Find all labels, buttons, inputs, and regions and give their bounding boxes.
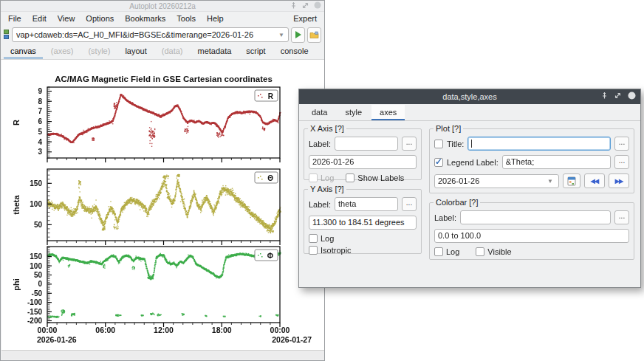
colorbar-visible-checkbox[interactable] <box>476 247 484 256</box>
autoplot-window: Autoplot 20260212a File Edit View Option… <box>0 0 325 361</box>
xaxis-range-input[interactable]: 2026-01-26 <box>309 155 417 169</box>
plot-legend-input[interactable]: &Theta; <box>502 155 611 169</box>
yaxis-log-checkbox[interactable] <box>309 234 318 243</box>
xaxis-group: X Axis [?] Label: ... 2026-01-26 Log <box>304 128 422 180</box>
menu-file[interactable]: File <box>8 14 21 23</box>
open-file-button[interactable] <box>307 27 321 43</box>
yaxis-group-title: Y Axis [?] <box>308 185 346 193</box>
colorbar-range-input[interactable]: 0.0 to 100.0 <box>434 229 629 243</box>
colorbar-group: Colorbar [?] Label: ... 0.0 to 100.0 Log <box>429 202 634 260</box>
window-title: Autoplot 20260212a <box>129 2 196 10</box>
menu-help[interactable]: Help <box>207 14 224 23</box>
tab-data[interactable]: (data) <box>155 44 190 59</box>
plot-title-more-button[interactable]: ... <box>614 137 629 151</box>
tab-script[interactable]: script <box>239 44 272 59</box>
colorbar-label-input[interactable] <box>460 210 611 224</box>
plot-legend-checkbox[interactable] <box>434 158 443 167</box>
pin-icon[interactable] <box>601 92 608 99</box>
plot-title-checkbox[interactable] <box>434 140 443 148</box>
uri-input[interactable]: vap+cdaweb:ds=AC_H0_MFI&id=BGSEc&timeran… <box>12 27 289 42</box>
address-row: vap+cdaweb:ds=AC_H0_MFI&id=BGSEc&timeran… <box>1 25 324 44</box>
yaxis-log-label: Log <box>321 234 334 243</box>
uri-dropdown-icon[interactable]: ▼ <box>276 32 287 38</box>
properties-dialog: data,style,axes data style axes X Axis [… <box>298 89 641 288</box>
pin-icon[interactable] <box>290 2 297 9</box>
tab-canvas[interactable]: canvas <box>4 44 43 59</box>
tab-layout[interactable]: layout <box>118 44 153 59</box>
screen: Autoplot 20260212a File Edit View Option… <box>0 0 644 361</box>
calendar-icon <box>567 176 576 186</box>
xaxis-group-title: X Axis [?] <box>308 124 346 133</box>
yaxis-label-more-button[interactable]: ... <box>402 197 417 211</box>
menu-bookmarks[interactable]: Bookmarks <box>125 14 165 23</box>
xaxis-showlabels-checkbox[interactable] <box>346 173 354 182</box>
colorbar-log-label: Log <box>446 247 459 256</box>
close-icon[interactable] <box>314 1 321 9</box>
menubar: File Edit View Options Bookmarks Tools H… <box>1 12 324 25</box>
menu-edit[interactable]: Edit <box>32 14 47 23</box>
play-icon <box>295 31 301 38</box>
plot-area[interactable]: AC/MAG Magnetic Field in GSE Cartesian c… <box>1 60 324 351</box>
colorbar-visible-label: Visible <box>487 247 511 256</box>
tab-console[interactable]: console <box>274 44 315 59</box>
main-tabbar: canvas (axes) (style) layout (data) meta… <box>1 44 324 60</box>
close-icon[interactable] <box>628 92 636 100</box>
plot-group-title: Plot [?] <box>434 124 463 133</box>
dialog-tab-data[interactable]: data <box>304 105 335 120</box>
text-cursor <box>471 140 472 148</box>
colorbar-label-more-button[interactable]: ... <box>614 210 629 224</box>
uri-value: vap+cdaweb:ds=AC_H0_MFI&id=BGSEc&timeran… <box>16 30 276 39</box>
yaxis-range-input[interactable]: 11.300 to 184.51 degrees <box>309 216 417 230</box>
tab-metadata[interactable]: metadata <box>191 44 238 59</box>
plot-legend-more-button[interactable]: ... <box>614 155 629 169</box>
tab-axes[interactable]: (axes) <box>44 44 80 59</box>
xaxis-label-caption: Label: <box>309 140 331 148</box>
yaxis-isotropic-checkbox[interactable] <box>309 246 318 255</box>
tab-style[interactable]: (style) <box>81 44 117 59</box>
xaxis-showlabels-label: Show Labels <box>357 173 404 182</box>
plot-title-caption: Title: <box>447 140 464 148</box>
xaxis-log-label: Log <box>321 173 334 182</box>
plot-legend-caption: Legend Label: <box>447 158 499 167</box>
previous-interval-button[interactable]: ◀◀ <box>584 173 605 188</box>
colorbar-label-caption: Label: <box>434 213 456 222</box>
plot-timerange-value: 2026-01-26 <box>438 175 545 188</box>
xaxis-label-more-button[interactable]: ... <box>402 137 417 151</box>
dialog-tab-style[interactable]: style <box>337 105 370 120</box>
yaxis-isotropic-label: Isotropic <box>321 246 352 255</box>
dialog-tab-axes[interactable]: axes <box>371 105 405 120</box>
xaxis-log-checkbox[interactable] <box>309 173 318 182</box>
yaxis-label-input[interactable]: theta <box>335 197 398 211</box>
colorbar-log-checkbox[interactable] <box>434 247 443 256</box>
yaxis-label-caption: Label: <box>309 200 331 209</box>
dialog-tabbar: data style axes <box>299 104 640 121</box>
plot-timerange-combo[interactable]: 2026-01-26 ▼ <box>434 174 559 188</box>
go-button[interactable] <box>291 27 305 43</box>
yaxis-group: Y Axis [?] Label: theta ... 11.300 to 18… <box>304 189 422 254</box>
resize-icon[interactable] <box>614 92 621 99</box>
datasource-icon <box>4 30 10 41</box>
combo-dropdown-icon[interactable]: ▼ <box>545 175 555 188</box>
menu-view[interactable]: View <box>58 14 75 23</box>
statusbar <box>1 350 324 360</box>
menu-tools[interactable]: Tools <box>177 14 196 23</box>
menu-options[interactable]: Options <box>86 14 114 23</box>
window-titlebar[interactable]: Autoplot 20260212a <box>1 1 324 12</box>
expert-menu[interactable]: Expert <box>293 14 317 23</box>
double-right-arrow-icon: ▶▶ <box>615 178 623 185</box>
dialog-titlebar[interactable]: data,style,axes <box>299 89 640 104</box>
plot-group: Plot [?] Title: ... Legend Label: &Theta… <box>429 128 634 193</box>
next-interval-button[interactable]: ▶▶ <box>609 173 629 188</box>
restore-icon[interactable] <box>302 2 309 9</box>
dialog-title: data,style,axes <box>442 92 496 101</box>
colorbar-group-title: Colorbar [?] <box>434 198 480 207</box>
xaxis-label-input[interactable] <box>335 137 398 151</box>
plot-scatter-canvas[interactable] <box>1 60 324 351</box>
timerange-editor-button[interactable] <box>563 173 580 188</box>
folder-icon <box>309 31 319 39</box>
double-left-arrow-icon: ◀◀ <box>591 178 598 185</box>
plot-title-input[interactable] <box>467 137 611 151</box>
